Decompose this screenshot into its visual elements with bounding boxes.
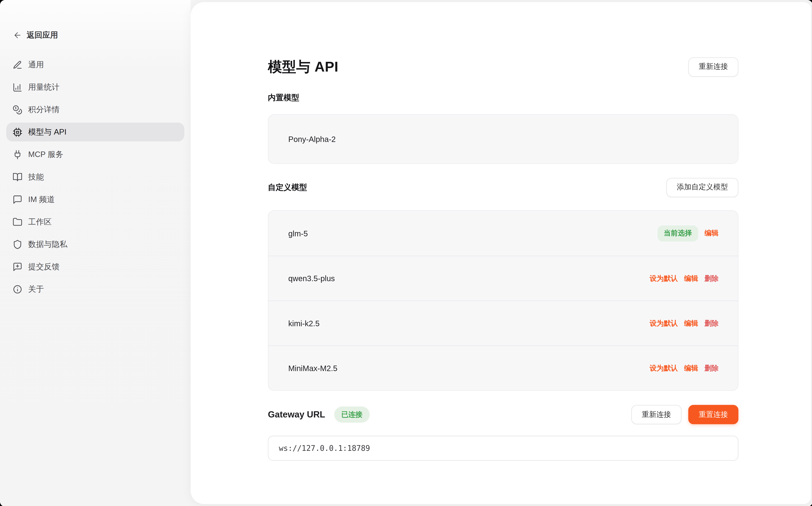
settings-window: 返回应用 通用用量统计积分详情模型与 APIMCP 服务技能IM 频道工作区数据… <box>0 0 812 506</box>
model-row: glm-5当前选择编辑 <box>268 211 738 256</box>
pen-icon <box>12 60 22 70</box>
custom-model-name: glm-5 <box>288 229 308 238</box>
sidebar-item-models-api[interactable]: 模型与 API <box>6 122 184 141</box>
sidebar-item-label: IM 频道 <box>28 194 55 204</box>
sidebar-item-label: 积分详情 <box>28 105 60 115</box>
message-square-plus-icon <box>12 262 22 272</box>
bar-chart-icon <box>12 82 22 92</box>
message-square-icon <box>12 194 22 204</box>
model-row-actions: 设为默认编辑删除 <box>650 274 719 283</box>
sidebar-nav: 通用用量统计积分详情模型与 APIMCP 服务技能IM 频道工作区数据与隐私提交… <box>0 55 191 299</box>
builtin-model-card: Pony-Alpha-2 <box>268 114 738 164</box>
app-window: 返回应用 通用用量统计积分详情模型与 APIMCP 服务技能IM 频道工作区数据… <box>0 0 812 506</box>
info-icon <box>12 284 22 294</box>
sidebar-item-label: MCP 服务 <box>28 150 63 160</box>
folder-icon <box>12 217 22 227</box>
connected-status-badge: 已连接 <box>334 407 370 423</box>
sidebar-item-credits[interactable]: 积分详情 <box>6 100 184 119</box>
gateway-left: Gateway URL 已连接 <box>268 407 370 423</box>
custom-model-name: MiniMax-M2.5 <box>288 364 338 372</box>
sidebar-item-workspace[interactable]: 工作区 <box>6 213 184 231</box>
back-to-app-label: 返回应用 <box>26 30 58 40</box>
edit-link[interactable]: 编辑 <box>705 229 719 238</box>
delete-link[interactable]: 删除 <box>705 363 719 373</box>
delete-link[interactable]: 删除 <box>705 274 719 283</box>
plug-icon <box>12 150 22 160</box>
custom-models-label: 自定义模型 <box>268 182 307 192</box>
set-default-link[interactable]: 设为默认 <box>650 319 678 328</box>
sidebar-item-label: 用量统计 <box>28 82 60 92</box>
set-default-link[interactable]: 设为默认 <box>650 363 678 373</box>
back-to-app-button[interactable]: 返回应用 <box>13 30 191 40</box>
page-title: 模型与 API <box>268 57 339 76</box>
sidebar: 返回应用 通用用量统计积分详情模型与 APIMCP 服务技能IM 频道工作区数据… <box>0 0 191 506</box>
add-custom-model-button[interactable]: 添加自定义模型 <box>666 178 738 197</box>
sidebar-item-feedback[interactable]: 提交反馈 <box>6 257 184 276</box>
main-content: 模型与 API 重新连接 内置模型 Pony-Alpha-2 自定义模型 添加自… <box>268 2 738 461</box>
sidebar-item-usage-stats[interactable]: 用量统计 <box>6 78 184 96</box>
model-row: MiniMax-M2.5设为默认编辑删除 <box>268 345 738 390</box>
sidebar-item-label: 提交反馈 <box>28 262 60 272</box>
coins-icon <box>12 105 22 115</box>
edit-link[interactable]: 编辑 <box>684 363 698 373</box>
custom-model-name: qwen3.5-plus <box>288 274 335 283</box>
gateway-actions: 重新连接 重置连接 <box>631 405 738 424</box>
model-row-actions: 设为默认编辑删除 <box>650 363 719 373</box>
builtin-model-name: Pony-Alpha-2 <box>288 135 336 143</box>
model-row: qwen3.5-plus设为默认编辑删除 <box>268 256 738 301</box>
gateway-reconnect-button[interactable]: 重新连接 <box>631 405 681 424</box>
custom-model-name: kimi-k2.5 <box>288 319 320 328</box>
book-open-icon <box>12 172 22 182</box>
arrow-left-icon <box>13 31 22 39</box>
edit-link[interactable]: 编辑 <box>684 274 698 283</box>
sidebar-item-general[interactable]: 通用 <box>6 55 184 74</box>
sidebar-item-label: 技能 <box>28 172 44 182</box>
sidebar-item-label: 关于 <box>28 284 44 294</box>
builtin-models-label: 内置模型 <box>268 93 738 103</box>
sidebar-item-label: 模型与 API <box>28 127 67 137</box>
shield-icon <box>12 239 22 249</box>
delete-link[interactable]: 删除 <box>705 319 719 328</box>
sidebar-item-skills[interactable]: 技能 <box>6 168 184 186</box>
gateway-url-label: Gateway URL <box>268 409 325 420</box>
sidebar-item-about[interactable]: 关于 <box>6 280 184 298</box>
sidebar-item-label: 工作区 <box>28 217 52 227</box>
sidebar-item-im-channels[interactable]: IM 频道 <box>6 190 184 208</box>
edit-link[interactable]: 编辑 <box>684 319 698 328</box>
custom-models-card: glm-5当前选择编辑qwen3.5-plus设为默认编辑删除kimi-k2.5… <box>268 210 738 391</box>
gateway-row: Gateway URL 已连接 重新连接 重置连接 <box>268 405 738 424</box>
current-selection-badge: 当前选择 <box>657 225 698 241</box>
model-row-actions: 设为默认编辑删除 <box>650 319 719 328</box>
model-row: kimi-k2.5设为默认编辑删除 <box>268 301 738 345</box>
reconnect-button-top[interactable]: 重新连接 <box>688 57 738 76</box>
gateway-url-input[interactable] <box>268 436 738 460</box>
title-row: 模型与 API 重新连接 <box>268 57 738 76</box>
sidebar-item-data-privacy[interactable]: 数据与隐私 <box>6 235 184 253</box>
set-default-link[interactable]: 设为默认 <box>650 274 678 283</box>
cpu-icon <box>12 127 22 137</box>
sidebar-item-mcp-services[interactable]: MCP 服务 <box>6 145 184 164</box>
sidebar-item-label: 通用 <box>28 60 44 70</box>
main-panel: 模型与 API 重新连接 内置模型 Pony-Alpha-2 自定义模型 添加自… <box>191 2 811 504</box>
gateway-reset-button[interactable]: 重置连接 <box>688 405 738 424</box>
model-row-actions: 当前选择编辑 <box>657 225 719 241</box>
sidebar-item-label: 数据与隐私 <box>28 239 68 249</box>
custom-models-header: 自定义模型 添加自定义模型 <box>268 178 738 197</box>
